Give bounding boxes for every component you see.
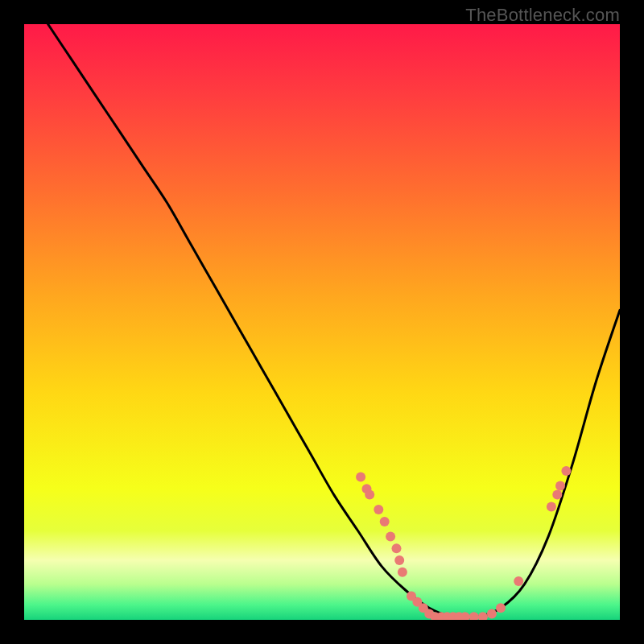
highlight-point <box>552 490 562 500</box>
highlight-point <box>386 531 395 541</box>
highlight-point <box>356 472 365 481</box>
highlight-point <box>469 612 479 620</box>
highlight-point <box>561 466 571 476</box>
highlight-point <box>478 612 488 620</box>
bottleneck-curve <box>48 24 620 618</box>
highlight-point <box>380 517 390 526</box>
highlight-markers <box>356 466 571 620</box>
highlight-point <box>496 603 506 613</box>
highlight-point <box>392 543 402 553</box>
highlight-point <box>487 609 497 619</box>
curve-layer <box>24 24 620 620</box>
highlight-point <box>514 576 523 586</box>
highlight-point <box>365 490 374 500</box>
highlight-point <box>374 505 383 514</box>
plot-area <box>24 24 620 620</box>
highlight-point <box>398 568 407 577</box>
highlight-point <box>394 555 404 565</box>
chart-container: TheBottleneck.com <box>0 0 644 644</box>
highlight-point <box>555 481 565 491</box>
watermark-text: TheBottleneck.com <box>465 5 620 26</box>
highlight-point <box>547 502 556 511</box>
